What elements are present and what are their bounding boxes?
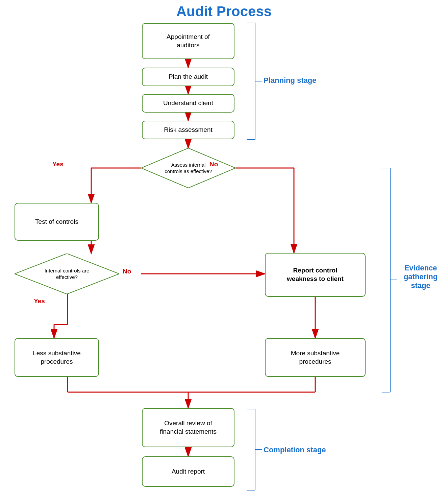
report-weakness-box: Report control weakness to client	[265, 253, 366, 297]
plan-box: Plan the audit	[142, 68, 234, 86]
more-substantive-box: More substantive procedures	[265, 338, 366, 377]
assess-diamond: Assess internal controls as effective?	[141, 148, 235, 188]
risk-box: Risk assessment	[142, 121, 234, 139]
planning-stage-label: Planning stage	[264, 76, 316, 85]
completion-stage-label: Completion stage	[264, 446, 326, 454]
appointment-box: Appointment of auditors	[142, 23, 234, 59]
understand-box: Understand client	[142, 94, 234, 113]
less-substantive-box: Less substantive procedures	[15, 338, 99, 377]
internal-effective-diamond: Internal controls are effective?	[15, 254, 119, 294]
yes2-label: Yes	[34, 297, 45, 305]
yes1-label: Yes	[52, 161, 64, 168]
audit-report-box: Audit report	[142, 456, 234, 487]
diagram-container: Audit Process	[0, 0, 448, 503]
test-controls-box: Test of controls	[15, 203, 99, 241]
overall-review-box: Overall review of financial statements	[142, 408, 234, 447]
no2-label: No	[123, 268, 131, 275]
evidence-stage-label: Evidencegatheringstage	[397, 264, 444, 290]
page-title: Audit Process	[0, 3, 448, 20]
